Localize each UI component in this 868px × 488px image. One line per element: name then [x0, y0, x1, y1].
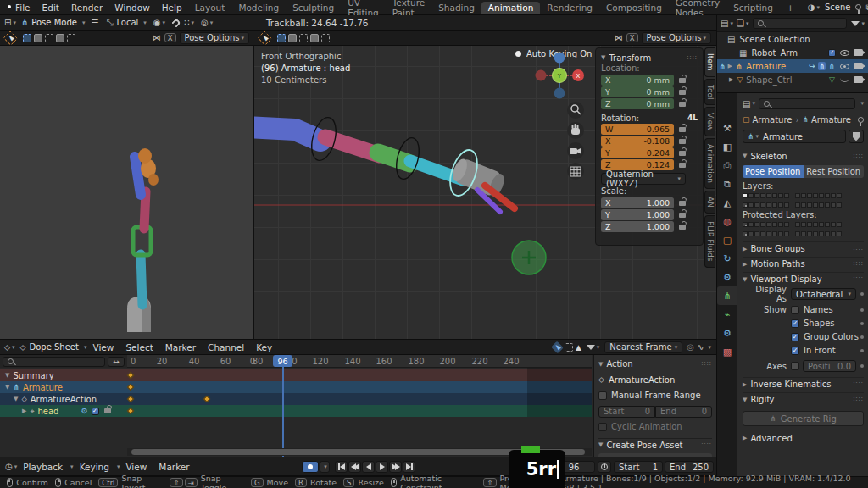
expand-arrow-icon[interactable]: ▶	[22, 408, 26, 414]
display-as-dropdown[interactable]: Octahedral▾	[791, 288, 856, 300]
tab-object-data-armature[interactable]: ⋔	[717, 286, 737, 305]
workspace-tab-animation[interactable]: Animation	[481, 2, 541, 14]
falloff-curve-icon[interactable]: ∿	[697, 342, 704, 352]
panel-grip-icon[interactable]: ∷∷	[854, 260, 864, 268]
menu-marker[interactable]: Marker	[153, 462, 195, 472]
modifier-wrench-icon[interactable]: ⚙	[81, 407, 87, 415]
typed-input-overlay[interactable]: 5rr	[509, 450, 565, 488]
sidebar-tab-an[interactable]: AN	[704, 191, 715, 214]
channel-row-head[interactable]: ▶ ⌖ head ⚙ ✓	[0, 405, 592, 417]
camera-visibility-icon[interactable]	[854, 76, 863, 83]
gizmo-axis-pos-z[interactable]	[554, 53, 565, 64]
rotation-w-field[interactable]: W0.965	[601, 124, 674, 135]
panel-grip-icon[interactable]: ∷∷	[702, 360, 712, 368]
create-pose-asset-panel-header[interactable]: ▼Create Pose Asset ∷∷	[598, 438, 712, 451]
menu-view[interactable]: View	[86, 342, 120, 352]
protected-group-1[interactable]	[743, 219, 790, 238]
lock-icon[interactable]	[679, 213, 686, 218]
show-errors-toggle-icon[interactable]: ▲	[576, 343, 581, 352]
tab-view-layer[interactable]: ⧉	[717, 175, 737, 193]
menu-channel[interactable]: Channel	[202, 342, 250, 352]
navigation-gizmo[interactable]: X Y	[534, 49, 593, 102]
select-mode-subtract-icon[interactable]	[299, 34, 308, 42]
menu-key[interactable]: Key	[250, 342, 278, 352]
tab-scene[interactable]: ◭	[717, 193, 737, 212]
mirror-x-button[interactable]: X	[626, 33, 638, 42]
panel-grip-icon[interactable]: ∷∷	[702, 441, 712, 449]
eye-icon[interactable]	[840, 50, 849, 56]
workspace-tab-layout[interactable]: Layout	[188, 2, 232, 14]
shapes-checkbox[interactable]: ✓	[791, 319, 799, 328]
tab-world[interactable]: ◍	[717, 212, 737, 230]
panel-grip-icon[interactable]: ∷∷	[854, 152, 864, 160]
breadcrumb-object[interactable]: Armature	[753, 115, 793, 125]
play-reverse-button[interactable]	[362, 461, 375, 473]
viewport-display-panel-header[interactable]: ▼Viewport Display ∷∷	[743, 272, 864, 286]
arm-bone-blue[interactable]	[135, 157, 141, 195]
tweak-tool-icon[interactable]: ►	[258, 30, 273, 46]
jump-to-end-button[interactable]	[403, 461, 415, 473]
location-x-field[interactable]: X0 mm	[601, 75, 674, 86]
outliner-row-scene-collection[interactable]: ▤ Scene Collection	[717, 32, 868, 46]
tab-bone-constraint[interactable]: ⚙	[717, 324, 737, 342]
lock-icon[interactable]	[679, 127, 686, 132]
play-button[interactable]	[376, 461, 388, 473]
collapse-arrow-icon[interactable]: ▼	[5, 384, 9, 391]
viewport-left[interactable]	[0, 46, 253, 339]
decorator-dot-icon[interactable]	[860, 349, 864, 352]
workspace-tab-modeling[interactable]: Modeling	[231, 2, 286, 14]
channel-enable-checkbox[interactable]: ✓	[92, 408, 99, 415]
panel-grip-icon[interactable]: ∷∷	[854, 275, 864, 283]
outliner-row-robot-arm[interactable]: ▦ Robot_Arm ✓	[717, 46, 868, 59]
eye-closed-icon[interactable]	[840, 78, 849, 82]
cyclic-animation-checkbox[interactable]	[598, 423, 607, 431]
mirror-x-button[interactable]: X	[164, 33, 176, 42]
editor-type-icon[interactable]: ⊞	[4, 18, 11, 27]
properties-search-input[interactable]	[759, 98, 856, 109]
pose-options-dropdown[interactable]: Pose Options▾	[642, 32, 711, 44]
zoom-button[interactable]	[567, 102, 584, 119]
rotation-y-field[interactable]: Y0.204	[601, 147, 674, 158]
viewport-main[interactable]: Front Orthographic (96) Armature : head …	[254, 46, 716, 339]
select-mode-invert-icon[interactable]	[56, 34, 64, 42]
show-hidden-toggle-icon[interactable]	[565, 343, 573, 352]
snap-target-icon[interactable]: ∷	[184, 18, 189, 27]
rigify-panel-header[interactable]: ▼Rigify ∷∷	[743, 392, 864, 406]
pose-options-dropdown[interactable]: Pose Options▾	[180, 32, 249, 44]
rotation-mode-dropdown[interactable]: Quaternion (WXYZ)▾	[601, 173, 686, 185]
jump-to-start-button[interactable]	[335, 461, 348, 473]
scale-y-field[interactable]: Y1.000	[601, 209, 674, 220]
scale-z-field[interactable]: Z1.000	[601, 221, 674, 232]
filter-icon[interactable]	[851, 21, 860, 26]
location-z-field[interactable]: Z0 mm	[601, 98, 674, 109]
snap-mode-dropdown[interactable]: Nearest Frame▾	[604, 341, 682, 353]
decorator-dot-icon[interactable]	[860, 308, 864, 312]
pose-icon[interactable]: ⋔	[818, 62, 826, 70]
lock-icon[interactable]	[679, 78, 686, 83]
decorator-dot-icon[interactable]	[860, 364, 864, 368]
chevron-down-icon[interactable]: ▾	[860, 100, 864, 107]
frame-end-field[interactable]: End250	[665, 461, 714, 473]
lock-icon[interactable]	[679, 90, 686, 95]
axes-checkbox[interactable]	[791, 362, 799, 370]
lock-icon[interactable]	[679, 163, 686, 168]
menu-keying[interactable]: Keying	[74, 462, 115, 472]
skeleton-panel-header[interactable]: ▼Skeleton ∷∷	[743, 149, 864, 163]
motion-paths-panel-header[interactable]: ▶Motion Paths ∷∷	[743, 257, 864, 270]
tweak-tool-icon[interactable]: ►	[3, 30, 19, 46]
workspace-tab-shading[interactable]: Shading	[431, 2, 481, 14]
gripper-orange[interactable]	[148, 174, 159, 186]
mode-dropdown[interactable]: ⋔ Pose Mode ▾	[21, 18, 86, 27]
editor-type-icon[interactable]: ◷	[5, 462, 13, 471]
channel-row-armature[interactable]: ▼ ⋔ Armature	[0, 381, 592, 393]
workspace-tab-rendering[interactable]: Rendering	[540, 2, 599, 14]
menu-playback[interactable]: Playback	[17, 462, 69, 472]
panel-grip-icon[interactable]: ∷∷	[854, 245, 864, 252]
sidebar-tab-item[interactable]: Item	[704, 47, 715, 77]
menu-edit[interactable]: Edit	[36, 3, 65, 13]
panel-grip-icon[interactable]: ∷∷	[854, 396, 864, 403]
display-mode-icon[interactable]: ▤	[721, 19, 728, 28]
menu-help[interactable]: Help	[156, 3, 188, 13]
action-panel-header[interactable]: ▼Action ∷∷	[598, 358, 712, 370]
lock-icon[interactable]	[679, 201, 686, 206]
